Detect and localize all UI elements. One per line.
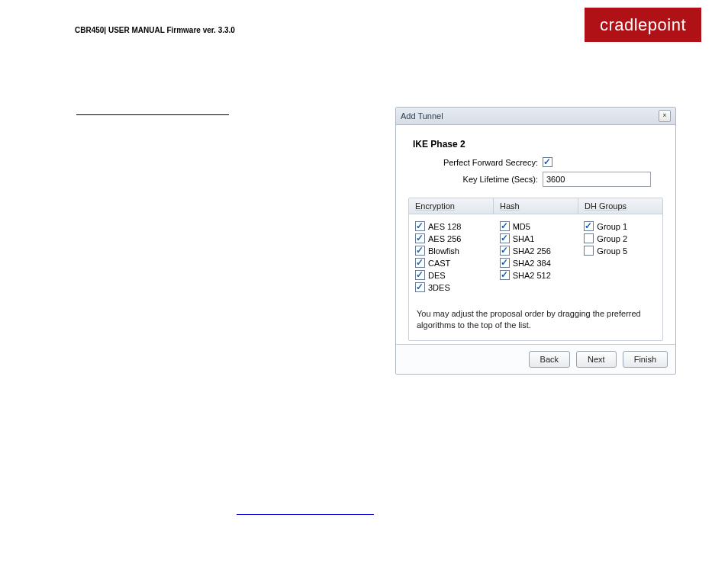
option-label: 3DES: [428, 283, 450, 292]
manual-header: CBR450| USER MANUAL Firmware ver. 3.3.0: [75, 26, 235, 34]
encryption-checkbox[interactable]: [415, 282, 425, 292]
list-item[interactable]: Group 2: [584, 233, 656, 243]
hash-checkbox[interactable]: [500, 258, 510, 268]
list-item[interactable]: Group 5: [584, 246, 656, 256]
dialog-titlebar: Add Tunnel ×: [396, 108, 675, 125]
col-header-hash[interactable]: Hash: [494, 198, 578, 214]
option-label: Group 1: [597, 222, 627, 231]
option-label: SHA2 256: [513, 246, 551, 256]
list-item[interactable]: SHA2 256: [500, 246, 572, 256]
encryption-checkbox[interactable]: [415, 221, 425, 231]
list-item[interactable]: SHA2 512: [500, 270, 572, 280]
section-title: IKE Phase 2: [413, 139, 663, 150]
col-header-dh[interactable]: DH Groups: [578, 198, 662, 214]
hash-column: MD5 SHA1 SHA2 256 SHA2 384 SHA2 512: [494, 219, 578, 294]
list-item[interactable]: MD5: [500, 221, 572, 231]
encryption-checkbox[interactable]: [415, 270, 425, 280]
col-header-encryption[interactable]: Encryption: [409, 198, 494, 214]
list-item[interactable]: AES 256: [415, 233, 488, 243]
hash-checkbox[interactable]: [500, 233, 510, 243]
encryption-checkbox[interactable]: [415, 258, 425, 268]
list-item[interactable]: Blowfish: [415, 246, 488, 256]
list-item[interactable]: Group 1: [584, 221, 656, 231]
option-label: DES: [428, 271, 446, 280]
option-label: MD5: [513, 222, 530, 231]
proposal-hint: You may adjust the proposal order by dra…: [409, 301, 662, 340]
encryption-column: AES 128 AES 256 Blowfish CAST DES 3DES: [409, 219, 494, 294]
list-item[interactable]: AES 128: [415, 221, 488, 231]
algorithms-panel: Encryption Hash DH Groups AES 128 AES 25…: [408, 198, 663, 341]
key-lifetime-input[interactable]: [543, 172, 651, 187]
option-label: SHA1: [513, 234, 535, 243]
option-label: AES 256: [428, 234, 461, 243]
hash-checkbox[interactable]: [500, 221, 510, 231]
dialog-footer: Back Next Finish: [396, 344, 675, 374]
next-button[interactable]: Next: [576, 351, 617, 368]
hash-checkbox[interactable]: [500, 246, 510, 256]
list-item[interactable]: 3DES: [415, 282, 488, 292]
dh-checkbox[interactable]: [584, 221, 594, 231]
list-item[interactable]: SHA2 384: [500, 258, 572, 268]
list-item[interactable]: DES: [415, 270, 488, 280]
section-heading-underline: [76, 114, 229, 115]
dh-checkbox[interactable]: [584, 233, 594, 243]
close-icon[interactable]: ×: [659, 110, 671, 122]
brand-logo: cradlepoint: [585, 8, 701, 42]
option-label: SHA2 384: [513, 259, 551, 268]
pfs-label: Perfect Forward Secrecy:: [408, 158, 543, 167]
option-label: Group 5: [597, 246, 627, 256]
dh-checkbox[interactable]: [584, 246, 594, 256]
dialog-title: Add Tunnel: [401, 111, 443, 121]
pfs-checkbox[interactable]: [543, 157, 552, 167]
hash-checkbox[interactable]: [500, 270, 510, 280]
encryption-checkbox[interactable]: [415, 233, 425, 243]
encryption-checkbox[interactable]: [415, 246, 425, 256]
back-button[interactable]: Back: [529, 351, 570, 368]
option-label: Blowfish: [428, 246, 459, 256]
list-item[interactable]: CAST: [415, 258, 488, 268]
list-item[interactable]: SHA1: [500, 233, 572, 243]
key-lifetime-label: Key Lifetime (Secs):: [408, 175, 543, 184]
option-label: CAST: [428, 259, 450, 268]
option-label: Group 2: [597, 234, 627, 243]
option-label: AES 128: [428, 222, 461, 231]
dh-column: Group 1 Group 2 Group 5: [578, 219, 662, 294]
add-tunnel-dialog: Add Tunnel × IKE Phase 2 Perfect Forward…: [395, 107, 676, 375]
option-label: SHA2 512: [513, 271, 551, 280]
finish-button[interactable]: Finish: [623, 351, 668, 368]
hyperlink-underline[interactable]: [237, 514, 374, 515]
